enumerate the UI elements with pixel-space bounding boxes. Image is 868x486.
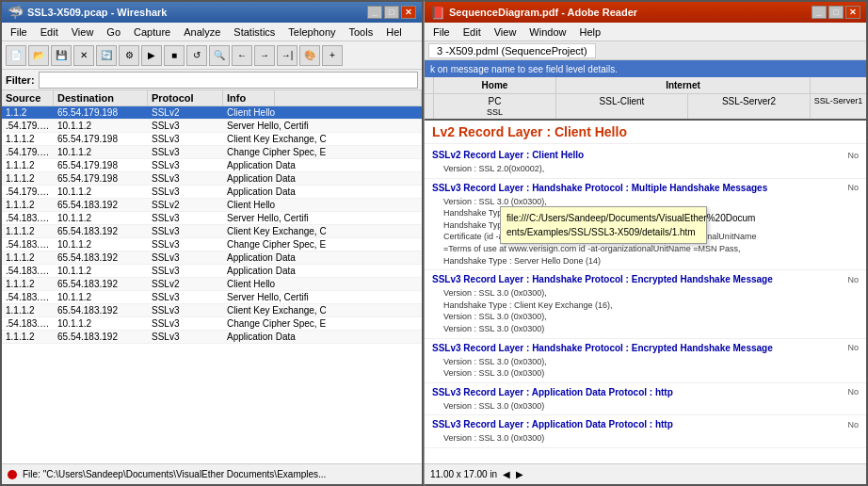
reader-minimize-button[interactable]: _ (812, 6, 827, 19)
reader-scroll-right[interactable]: ▶ (516, 469, 523, 479)
toolbar-open[interactable]: 📂 (28, 45, 49, 66)
cell-info: Client Hello (223, 106, 422, 119)
sequence-area[interactable]: k on message name to see field level det… (425, 60, 866, 463)
toolbar-start-capture[interactable]: ▶ (141, 45, 162, 66)
toolbar-go-to-packet[interactable]: →| (277, 45, 297, 66)
cell-dst: 10.1.1.2 (54, 212, 148, 224)
reader-tab[interactable]: 3 -X509.pdml (SequenceProject) (428, 43, 596, 58)
cell-proto: SSLv2 (148, 278, 223, 290)
toolbar-go-back[interactable]: ← (232, 45, 252, 66)
table-row[interactable]: 1.1.1.2 65.54.183.192 SSLv3 Client Key E… (2, 225, 422, 238)
table-row[interactable]: .54.183.192 10.1.1.2 SSLv3 Application D… (2, 265, 422, 278)
cell-dst: 10.1.1.2 (54, 265, 148, 277)
cell-dst: 65.54.179.198 (54, 159, 148, 171)
table-row[interactable]: 1.1.1.2 65.54.183.192 SSLv2 Client Hello (2, 278, 422, 291)
reader-menu-view[interactable]: View (490, 25, 522, 39)
col-destination: Destination (54, 90, 148, 105)
participant-empty (425, 77, 434, 93)
toolbar-new[interactable]: 📄 (6, 45, 26, 66)
toolbar-go-forward[interactable]: → (254, 45, 275, 66)
reader-maximize-button[interactable]: □ (828, 6, 844, 19)
menu-statistics[interactable]: Statistics (229, 25, 280, 39)
reader-menu-file[interactable]: File (428, 25, 455, 39)
window-controls[interactable]: _ □ ✕ (367, 6, 416, 19)
message-details: Version : SSL 3.0 (0x0300) (425, 431, 866, 446)
reader-window-controls[interactable]: _ □ ✕ (812, 6, 860, 19)
menu-file[interactable]: File (6, 25, 32, 39)
minimize-button[interactable]: _ (367, 6, 382, 19)
filter-input[interactable] (39, 72, 418, 89)
packet-list: Source Destination Protocol Info 1.1.2 6… (2, 90, 422, 463)
reader-status-text: 11.00 x 17.00 in (430, 469, 497, 479)
reader-close-button[interactable]: ✕ (845, 6, 860, 19)
packet-rows[interactable]: 1.1.2 65.54.179.198 SSLv2 Client Hello .… (2, 106, 422, 463)
cell-proto: SSLv3 (148, 159, 223, 171)
toolbar-colorize[interactable]: 🎨 (299, 45, 320, 66)
reader-scroll-left[interactable]: ◀ (503, 469, 510, 479)
message-label[interactable]: SSLv3 Record Layer : Application Data Pr… (432, 419, 830, 429)
message-label[interactable]: SSLv3 Record Layer : Handshake Protocol … (432, 183, 830, 193)
hint-bar: k on message name to see field level det… (425, 60, 866, 77)
reader-menu-window[interactable]: Window (524, 25, 571, 39)
reader-menu-edit[interactable]: Edit (458, 25, 486, 39)
message-label[interactable]: SSLv3 Record Layer : Handshake Protocol … (432, 343, 830, 353)
cell-dst: 10.1.1.2 (54, 238, 148, 251)
toolbar-save[interactable]: 💾 (51, 45, 72, 66)
table-row[interactable]: .54.183.192 10.1.1.2 SSLv3 Change Cipher… (2, 317, 422, 331)
sub-participants-header: PC SSL SSL-Client SSL-Server2 SSL-Server… (425, 94, 866, 121)
table-row[interactable]: .54.183.192 10.1.1.2 SSLv3 Server Hello,… (2, 291, 422, 304)
table-row[interactable]: 1.1.1.2 65.54.183.192 SSLv3 Application … (2, 331, 422, 344)
menu-tools[interactable]: Tools (345, 25, 378, 39)
table-row[interactable]: 1.1.1.2 65.54.179.198 SSLv3 Client Key E… (2, 133, 422, 146)
close-button[interactable]: ✕ (401, 6, 416, 19)
table-row[interactable]: .54.183.192 10.1.1.2 SSLv3 Change Cipher… (2, 238, 422, 251)
menu-view[interactable]: View (67, 25, 99, 39)
reader-tab-bar: 3 -X509.pdml (SequenceProject) (425, 41, 866, 60)
cell-dst: 65.54.179.198 (54, 172, 148, 185)
menu-telephony[interactable]: Telephony (283, 25, 340, 39)
toolbar-reload[interactable]: 🔄 (96, 45, 117, 66)
table-row[interactable]: .54.179.198 10.1.1.2 SSLv3 Change Cipher… (2, 146, 422, 159)
col-info: Info (223, 90, 275, 105)
menu-go[interactable]: Go (102, 25, 125, 39)
menu-analyze[interactable]: Analyze (179, 25, 225, 39)
table-row[interactable]: 1.1.1.2 65.54.183.192 SSLv3 Application … (2, 251, 422, 265)
cell-src: .54.183.192 (2, 317, 54, 330)
cell-dst: 65.54.183.192 (54, 331, 148, 343)
message-details: Version : SSL 3.0 (0x0300) (425, 399, 866, 413)
sub-participant-ssl-server1: SSL-Server1 (811, 94, 866, 119)
table-row[interactable]: .54.179.198 10.1.1.2 SSLv3 Server Hello,… (2, 120, 422, 133)
toolbar-capture-opts[interactable]: ⚙ (119, 45, 139, 66)
menu-edit[interactable]: Edit (36, 25, 63, 39)
maximize-button[interactable]: □ (384, 6, 399, 19)
toolbar-find-packet[interactable]: 🔍 (209, 45, 230, 66)
hint-text: k on message name to see field level det… (430, 64, 618, 74)
menu-help[interactable]: Hel (381, 25, 407, 39)
cell-proto: SSLv3 (148, 304, 223, 316)
table-row[interactable]: .54.179.198 10.1.1.2 SSLv3 Application D… (2, 186, 422, 199)
message-label[interactable]: SSLv3 Record Layer : Handshake Protocol … (432, 274, 830, 284)
table-row[interactable]: 1.1.1.2 65.54.183.192 SSLv2 Client Hello (2, 199, 422, 212)
cell-dst: 10.1.1.2 (54, 291, 148, 303)
menu-capture[interactable]: Capture (129, 25, 175, 39)
table-row[interactable]: 1.1.1.2 65.54.183.192 SSLv3 Client Key E… (2, 304, 422, 317)
tooltip-line1: file:///C:/Users/Sandeep/Documents/Visua… (506, 211, 700, 225)
table-row[interactable]: 1.1.1.2 65.54.179.198 SSLv3 Application … (2, 172, 422, 186)
toolbar-stop-capture[interactable]: ■ (164, 45, 185, 66)
cell-dst: 65.54.183.192 (54, 251, 148, 264)
message-label[interactable]: SSLv2 Record Layer : Client Hello (432, 150, 830, 160)
participants-header: Home Internet (425, 77, 866, 94)
cell-src: .54.183.192 (2, 291, 54, 303)
cell-info: Client Key Exchange, C (223, 225, 422, 237)
toolbar-restart-capture[interactable]: ↺ (186, 45, 207, 66)
section-title: Lv2 Record Layer : Client Hello (425, 121, 866, 144)
message-label[interactable]: SSLv3 Record Layer : Application Data Pr… (432, 387, 830, 397)
table-row[interactable]: .54.183.192 10.1.1.2 SSLv3 Server Hello,… (2, 212, 422, 225)
table-row[interactable]: 1.1.1.2 65.54.179.198 SSLv3 Application … (2, 159, 422, 172)
cell-src: 1.1.1.2 (2, 278, 54, 290)
cell-src: 1.1.2 (2, 106, 54, 119)
reader-menu-help[interactable]: Help (574, 25, 605, 39)
toolbar-zoom-in[interactable]: + (322, 45, 343, 66)
toolbar-close[interactable]: ✕ (73, 45, 94, 66)
table-row[interactable]: 1.1.2 65.54.179.198 SSLv2 Client Hello (2, 106, 422, 120)
